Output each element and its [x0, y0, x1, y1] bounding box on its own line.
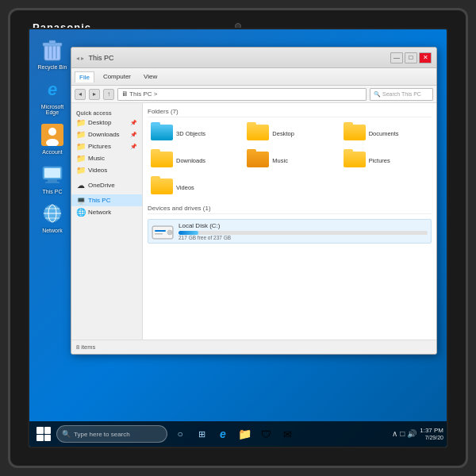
nav-thispc-label: This PC — [88, 197, 110, 204]
thispc-section: 💻 This PC 🌐 Network — [71, 193, 142, 220]
taskbar-search[interactable]: 🔍 Type here to search — [56, 425, 167, 443]
nav-item-thispc[interactable]: 💻 This PC — [71, 194, 142, 206]
taskbar-search-text: Type here to search — [74, 431, 130, 438]
recycle-bin-icon — [40, 37, 65, 63]
screen: Recycle Bin e Microsoft Edge Account — [28, 28, 448, 448]
drive-c-name: Local Disk (C:) — [178, 222, 428, 229]
folder-pictures-label: Pictures — [369, 157, 390, 164]
address-path-text: 🖥 This PC > — [121, 90, 157, 98]
folder-videos-icon — [151, 178, 173, 196]
start-icon — [36, 427, 51, 441]
maximize-button[interactable]: □ — [405, 52, 417, 63]
nav-item-videos[interactable]: 📁 Videos — [71, 164, 142, 176]
taskbar-store-icon[interactable]: 🛡 — [256, 424, 275, 443]
window-title: This PC — [89, 54, 114, 62]
folder-downloads[interactable]: Downloads — [148, 149, 239, 171]
nav-music-label: Music — [88, 155, 105, 162]
desktop-icon-thispc[interactable]: This PC — [34, 162, 71, 195]
folder-desktop-label: Desktop — [272, 130, 294, 137]
folder-desktop-icon — [247, 125, 269, 142]
forward-button[interactable]: ▸ — [89, 89, 100, 100]
folder-documents[interactable]: Documents — [340, 122, 432, 144]
folder-documents-icon — [344, 125, 366, 142]
taskbar-edge-icon[interactable]: e — [213, 424, 232, 443]
explorer-main: Quick access 📁 Desktop 📌 📁 Downloads 📌 — [71, 103, 436, 340]
svg-rect-11 — [45, 182, 60, 183]
taskbar-explorer-icon[interactable]: 📁 — [235, 424, 254, 443]
network-label: Network — [42, 228, 63, 234]
address-path[interactable]: 🖥 This PC > — [117, 88, 367, 101]
desktop-nav-icon: 📁 — [76, 118, 86, 127]
folder-3d-objects[interactable]: 3D Objects — [148, 122, 239, 144]
network-sys-icon[interactable]: □ — [400, 429, 405, 438]
taskbar-icons: ○ ⊞ e 📁 🛡 ✉ — [171, 424, 297, 443]
folder-documents-label: Documents — [369, 130, 399, 137]
drive-c-icon — [152, 223, 174, 240]
account-icon — [40, 122, 65, 148]
tab-computer[interactable]: Computer — [99, 71, 135, 82]
start-button[interactable] — [33, 423, 55, 445]
nav-item-pictures[interactable]: 📁 Pictures 📌 — [71, 140, 142, 152]
desktop-icon-recycle[interactable]: Recycle Bin — [34, 37, 71, 71]
svg-rect-21 — [155, 230, 166, 232]
window-nav-back: ◂ ▸ — [76, 55, 84, 62]
folder-desktop[interactable]: Desktop — [244, 122, 335, 144]
tab-file[interactable]: File — [75, 71, 94, 83]
nav-onedrive-label: OneDrive — [88, 182, 115, 189]
folder-music[interactable]: Music — [244, 149, 335, 171]
thispc-desktop-label: This PC — [43, 189, 63, 195]
svg-point-7 — [48, 128, 56, 136]
status-bar-text: 8 items — [76, 344, 95, 351]
tab-view[interactable]: View — [140, 71, 161, 82]
desktop-icon-network[interactable]: Network — [34, 201, 71, 234]
drive-c-size: 217 GB free of 237 GB — [178, 235, 428, 240]
desktop: Recycle Bin e Microsoft Edge Account — [29, 29, 447, 447]
svg-rect-22 — [155, 233, 163, 235]
nav-item-desktop[interactable]: 📁 Desktop 📌 — [71, 117, 142, 129]
desktop-icon-account[interactable]: Account — [34, 122, 71, 155]
title-bar: ◂ ▸ This PC — □ ✕ — [71, 48, 436, 68]
folder-3d-icon — [151, 125, 173, 142]
onedrive-section: ☁ OneDrive — [71, 178, 142, 193]
search-placeholder-text: Search This PC — [382, 91, 421, 97]
quick-access-header: Quick access — [71, 108, 142, 117]
content-area: Folders (7) 3D Objects — [143, 103, 436, 340]
up-button[interactable]: ↑ — [103, 89, 114, 100]
drive-c[interactable]: Local Disk (C:) 217 GB free of 237 GB — [148, 219, 432, 244]
desktop-icons: Recycle Bin e Microsoft Edge Account — [34, 37, 71, 234]
taskbar-right: ∧ □ 🔊 1:37 PM 7/29/20 — [392, 427, 443, 441]
pictures-nav-icon: 📁 — [76, 142, 86, 151]
status-bar: 8 items — [71, 340, 436, 354]
back-button[interactable]: ◂ — [75, 89, 86, 100]
taskbar-mail-icon[interactable]: ✉ — [278, 424, 297, 443]
nav-item-network[interactable]: 🌐 Network — [71, 206, 142, 218]
drives-section: Devices and drives (1) — [148, 205, 432, 244]
account-label: Account — [42, 149, 62, 155]
nav-item-onedrive[interactable]: ☁ OneDrive — [71, 179, 142, 191]
taskbar-search-icon: 🔍 — [62, 430, 71, 438]
taskbar-clock[interactable]: 1:37 PM 7/29/20 — [420, 427, 443, 441]
folder-videos[interactable]: Videos — [148, 176, 239, 198]
edge-label: Microsoft Edge — [34, 104, 71, 116]
videos-nav-icon: 📁 — [76, 166, 86, 175]
close-button[interactable]: ✕ — [419, 52, 432, 63]
folder-pictures[interactable]: Pictures — [340, 149, 432, 171]
title-bar-controls: — □ ✕ — [390, 52, 432, 63]
chevron-up-icon[interactable]: ∧ — [392, 429, 397, 438]
nav-item-music[interactable]: 📁 Music — [71, 152, 142, 164]
search-box[interactable]: 🔍 Search This PC — [370, 88, 433, 101]
taskbar-taskview-icon[interactable]: ⊞ — [192, 424, 211, 443]
volume-icon[interactable]: 🔊 — [407, 429, 416, 438]
nav-item-downloads[interactable]: 📁 Downloads 📌 — [71, 129, 142, 140]
folder-music-label: Music — [272, 157, 288, 164]
svg-rect-10 — [48, 179, 57, 182]
music-nav-icon: 📁 — [76, 154, 86, 163]
nav-downloads-label: Downloads — [88, 131, 120, 138]
taskbar-cortana-icon[interactable]: ○ — [171, 424, 190, 443]
taskbar: 🔍 Type here to search ○ ⊞ e 📁 🛡 ✉ ∧ □ 🔊 — [29, 421, 447, 447]
desktop-icon-edge[interactable]: e Microsoft Edge — [34, 77, 71, 116]
minimize-button[interactable]: — — [390, 52, 403, 63]
nav-videos-label: Videos — [88, 167, 107, 174]
nav-pictures-label: Pictures — [88, 143, 111, 150]
quick-access-section: Quick access 📁 Desktop 📌 📁 Downloads 📌 — [71, 106, 142, 178]
